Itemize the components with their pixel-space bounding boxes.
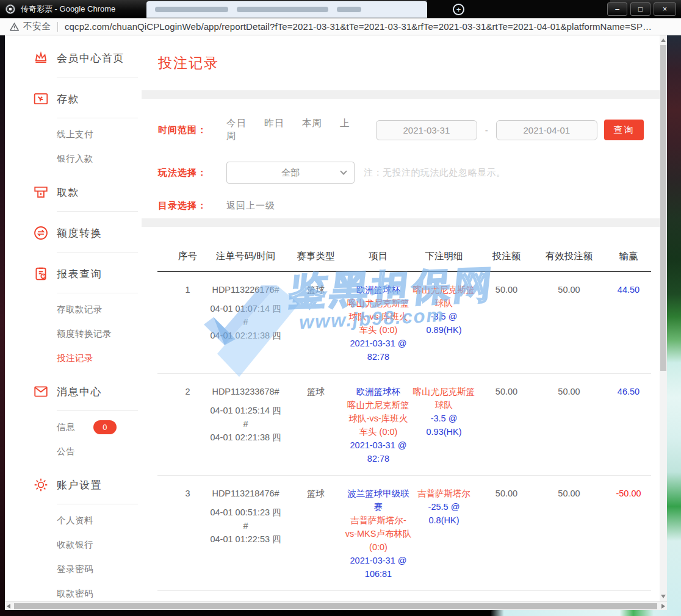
quick-range-本周[interactable]: 本周 — [302, 118, 322, 128]
row-valid-bet-amount: 50.00 — [537, 385, 601, 465]
detail-line[interactable]: -25.5 @ 0.8(HK) — [412, 500, 476, 527]
scroll-right-arrow-icon[interactable] — [661, 604, 665, 609]
vertical-scrollbar[interactable] — [660, 35, 667, 601]
play-select-dropdown[interactable]: 全部 — [226, 162, 355, 184]
sidebar-item-账户设置[interactable]: 账户设置 — [5, 471, 142, 499]
browser-window: 传奇彩票 - Google Chrome + – □ × 不安全 cqcp2.c… — [0, 0, 681, 616]
order-line: # — [204, 417, 287, 431]
column-header: 下注明细 — [412, 250, 476, 263]
sidebar-subitem-额度转换记录[interactable]: 额度转换记录 — [5, 321, 142, 346]
back-up-level-link[interactable]: 返回上一级 — [226, 200, 275, 212]
blurred-tab-text — [155, 7, 228, 12]
row-bet-amount: 50.00 — [476, 283, 537, 364]
sidebar-subitem-label: 个人资料 — [57, 515, 93, 526]
scroll-up-arrow-icon[interactable] — [661, 38, 666, 42]
sidebar-item-label: 消息中心 — [57, 385, 102, 399]
sidebar-subitem-取款密码[interactable]: 取款密码 — [5, 581, 142, 601]
background-window-bottom-edge — [0, 610, 681, 616]
horizontal-scrollbar[interactable] — [5, 601, 667, 610]
sidebar-subitem-登录密码[interactable]: 登录密码 — [5, 557, 142, 581]
row-bet-detail: 喀山尤尼克斯篮球队-3.5 @ 0.89(HK) — [412, 283, 476, 364]
row-order-number-time: HDP113226176#04-01 01:07:14 四#04-01 02:2… — [204, 283, 287, 364]
withdraw-icon — [33, 184, 49, 200]
sidebar-subitem-银行入款[interactable]: 银行入款 — [5, 146, 142, 171]
sidebar-item-报表查询[interactable]: 报表查询 — [5, 260, 142, 288]
sidebar-subitem-投注记录[interactable]: 投注记录 — [5, 346, 142, 370]
close-button[interactable]: × — [654, 2, 676, 16]
security-label: 不安全 — [23, 21, 51, 32]
address-bar[interactable]: 不安全 cqcp2.com/chuanQiCPLoginWeb/app/repo… — [0, 18, 681, 35]
row-win-loss: 44.50 — [601, 283, 656, 364]
crown-icon — [33, 50, 49, 66]
item-line[interactable]: 波兰篮球甲级联赛 — [345, 487, 412, 514]
sidebar-subitem-label: 登录密码 — [57, 564, 93, 575]
background-window-strip: + — [427, 0, 610, 18]
item-line[interactable]: 欧洲篮球杯 — [345, 385, 412, 398]
sidebar-item-额度转换[interactable]: 额度转换 — [5, 219, 142, 247]
sidebar-item-取款[interactable]: 取款 — [5, 178, 142, 206]
address-divider — [57, 22, 58, 32]
query-button[interactable]: 查询 — [604, 120, 644, 140]
sidebar-subitem-公告[interactable]: 公告 — [5, 439, 142, 464]
quick-range-昨日[interactable]: 昨日 — [264, 118, 284, 128]
sidebar-group: 取款 — [5, 178, 142, 212]
date-from-input[interactable]: 2021-03-31 — [376, 120, 477, 140]
sidebar-subitem-label: 存取款记录 — [57, 304, 103, 315]
quick-range-今日[interactable]: 今日 — [226, 118, 247, 128]
item-line[interactable]: 2021-03-31 @ 106:81 — [345, 554, 412, 581]
row-valid-bet-amount: 50.00 — [537, 487, 601, 581]
sidebar-group: 额度转换 — [5, 219, 142, 252]
blurred-tab-text — [337, 7, 361, 12]
sidebar-group: 账户设置个人资料收款银行登录密码取款密码 — [5, 471, 142, 601]
time-range-label: 时间范围： — [158, 124, 226, 136]
sidebar-subitem-存取款记录[interactable]: 存取款记录 — [5, 297, 142, 321]
sidebar-subitem-信息[interactable]: 信息0 — [5, 415, 142, 439]
maximize-button[interactable]: □ — [630, 2, 650, 16]
vertical-scrollbar-thumb[interactable] — [660, 45, 666, 371]
item-line[interactable]: 2021-03-31 @ 82:78 — [345, 337, 412, 364]
order-line: HDP113218476# — [204, 487, 287, 500]
row-bet-amount: 50.00 — [476, 487, 537, 581]
sidebar-divider — [57, 211, 138, 212]
url-text[interactable]: cqcp2.com/chuanQiCPLoginWeb/app/reportDe… — [65, 21, 652, 32]
table-row: 3HDP113218476#04-01 00:51:23 四#04-01 01:… — [157, 476, 651, 591]
table-body: 1HDP113226176#04-01 01:07:14 四#04-01 02:… — [142, 272, 660, 601]
item-line[interactable]: 2021-03-31 @ 82:78 — [345, 439, 412, 465]
horizontal-scrollbar-thumb[interactable] — [14, 603, 657, 609]
window-titlebar: 传奇彩票 - Google Chrome + – □ × — [0, 0, 681, 18]
item-line: 喀山尤尼克斯篮球队-vs-库班火车头 (0:0) — [345, 296, 412, 337]
item-line: 吉普萨斯塔尔-vs-MKS卢布林队 (0:0) — [345, 514, 412, 554]
sidebar-subitem-label: 银行入款 — [57, 153, 93, 165]
sidebar-divider — [57, 252, 138, 252]
order-line: # — [204, 315, 287, 329]
sidebar-subitem-个人资料[interactable]: 个人资料 — [5, 508, 142, 532]
order-line: 04-01 01:07:14 四 — [204, 302, 287, 315]
row-order-number-time: HDP113218476#04-01 00:51:23 四#04-01 01:2… — [204, 487, 287, 581]
sidebar-subitem-线上支付[interactable]: 线上支付 — [5, 122, 142, 146]
window-title: 传奇彩票 - Google Chrome — [21, 4, 115, 15]
row-order-number-time: HDP113233678#04-01 01:25:14 四#04-01 02:2… — [204, 385, 287, 465]
detail-line: 喀山尤尼克斯篮球队 — [412, 283, 476, 310]
row-bet-detail: 喀山尤尼克斯篮球队-3.5 @ 0.93(HK) — [412, 385, 476, 465]
time-range-row: 时间范围： 今日昨日本周上周 2021-03-31 - 2021-04-01 查… — [158, 117, 644, 143]
sidebar-item-label: 账户设置 — [57, 478, 102, 492]
detail-line[interactable]: -3.5 @ 0.93(HK) — [412, 412, 476, 439]
sidebar-subitem-label: 公告 — [57, 446, 75, 457]
scroll-left-arrow-icon[interactable] — [7, 604, 10, 609]
play-select-label: 玩法选择： — [158, 167, 226, 179]
scroll-down-arrow-icon[interactable] — [661, 595, 666, 598]
sidebar-divider — [57, 504, 138, 504]
sidebar-item-消息中心[interactable]: 消息中心 — [5, 378, 142, 406]
play-select-note: 注：无投注的玩法此处忽略显示。 — [364, 167, 506, 179]
sidebar-item-label: 会员中心首页 — [57, 51, 124, 65]
sidebar-subitem-收款银行[interactable]: 收款银行 — [5, 532, 142, 557]
sidebar-item-存款[interactable]: 存款 — [5, 85, 142, 113]
sidebar-group: 存款线上支付银行入款 — [5, 85, 142, 171]
item-line[interactable]: 欧洲篮球杯 — [345, 283, 412, 296]
row-sport-type: 篮球 — [287, 283, 345, 364]
sidebar-item-会员中心首页[interactable]: 会员中心首页 — [5, 44, 142, 72]
date-to-input[interactable]: 2021-04-01 — [496, 120, 597, 140]
bet-records-table-panel: 序号注单号码/时间赛事类型项目下注明细投注额有效投注额输赢 1HDP113226… — [142, 227, 660, 601]
detail-line[interactable]: -3.5 @ 0.89(HK) — [412, 310, 476, 337]
minimize-button[interactable]: – — [607, 2, 627, 16]
